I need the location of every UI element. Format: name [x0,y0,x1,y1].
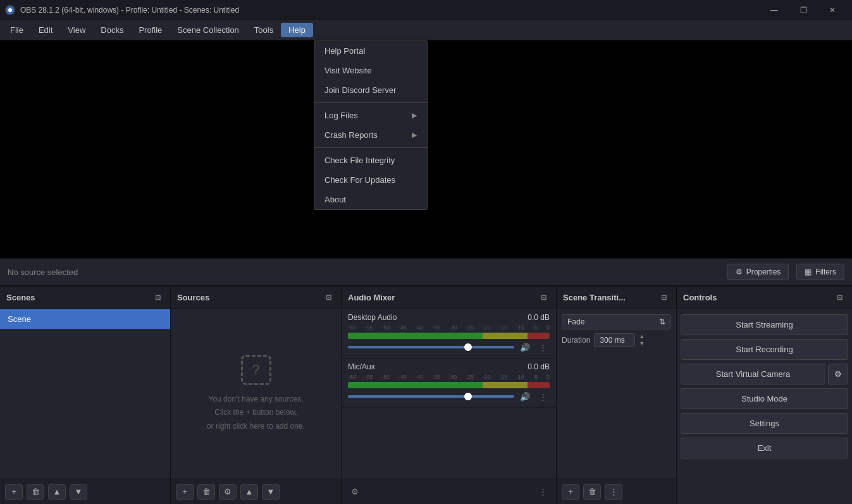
desktop-audio-controls: 🔊 ⋮ [348,340,550,354]
remove-scene-button[interactable]: 🗑 [27,484,44,500]
menu-tools[interactable]: Tools [247,23,281,37]
move-source-down-button[interactable]: ▼ [262,484,280,500]
arrow-icon: ▶ [412,111,417,120]
mic-mute-button[interactable]: 🔊 [518,390,532,403]
separator-2 [314,147,427,148]
scenes-expand-icon[interactable]: ⊡ [151,292,164,304]
menu-about[interactable]: About [314,190,427,209]
audio-channels: Desktop Audio 0.0 dB -60 -55 -50 -45 -40… [342,309,556,479]
virtual-camera-row: Start Virtual Camera ⚙ [681,364,848,384]
audio-panel-footer: ⚙ ⋮ [342,479,556,504]
help-dropdown: Help Portal Visit Website Join Discord S… [314,40,428,210]
transition-menu-button[interactable]: ⋮ [605,484,622,500]
sources-empty-text: You don't have any sources.Click the + b… [207,393,305,434]
menu-log-files[interactable]: Log Files ▶ [314,106,427,125]
start-streaming-button[interactable]: Start Streaming [681,314,848,335]
meter-green [348,333,483,339]
controls-panel-icons: ⊡ [833,292,846,304]
mic-meter-yellow [483,382,528,388]
transitions-footer: + 🗑 ⋮ [557,479,676,504]
bottom-panels: Scenes ⊡ Scene + 🗑 ▲ ▼ Sources [0,286,852,504]
desktop-volume-thumb[interactable] [464,343,472,351]
start-virtual-camera-button[interactable]: Start Virtual Camera [681,364,825,384]
exit-button[interactable]: Exit [681,438,848,458]
menu-help[interactable]: Help [281,23,313,37]
transition-select[interactable]: Fade ⇅ [562,314,671,329]
titlebar: OBS 28.1.2 (64-bit, windows) - Profile: … [0,0,852,20]
sources-expand-icon[interactable]: ⊡ [322,292,335,304]
scenes-list: Scene [0,309,170,479]
transitions-expand-icon[interactable]: ⊡ [657,292,670,304]
move-source-up-button[interactable]: ▲ [240,484,258,500]
menu-view[interactable]: View [60,23,93,37]
arrow-icon: ▶ [412,131,417,139]
svg-point-1 [8,8,12,12]
desktop-audio-menu-button[interactable]: ⋮ [536,340,550,354]
mic-audio-menu-button[interactable]: ⋮ [536,390,550,403]
mic-volume-thumb[interactable] [464,393,472,400]
scene-item[interactable]: Scene [0,309,170,329]
audio-expand-icon[interactable]: ⊡ [537,292,550,304]
desktop-audio-channel: Desktop Audio 0.0 dB -60 -55 -50 -45 -40… [342,309,556,359]
meter-red [528,333,550,339]
remove-transition-button[interactable]: 🗑 [583,484,601,500]
separator-1 [314,102,427,103]
mic-meter-red [528,382,550,388]
move-scene-up-button[interactable]: ▲ [48,484,66,500]
menu-check-file-integrity[interactable]: Check File Integrity [314,151,427,170]
no-source-label: No source selected [8,267,720,277]
sources-panel-header: Sources ⊡ [171,286,341,309]
remove-source-button[interactable]: 🗑 [197,484,215,500]
scenes-panel-footer: + 🗑 ▲ ▼ [0,479,170,504]
menu-crash-reports[interactable]: Crash Reports ▶ [314,125,427,145]
virtual-camera-settings-button[interactable]: ⚙ [828,364,848,384]
controls-expand-icon[interactable]: ⊡ [833,292,846,304]
mic-meter-bar [348,382,550,388]
mic-volume-slider[interactable] [348,395,514,398]
menu-help-portal[interactable]: Help Portal [314,41,427,61]
duration-spinbox-icon: ▲▼ [639,333,645,347]
sources-empty-area[interactable]: ? You don't have any sources.Click the +… [171,309,341,479]
studio-mode-button[interactable]: Studio Mode [681,388,848,409]
mic-meter-labels: -60 -55 -50 -45 -40 -35 -30 -25 -20 -15 … [348,374,550,380]
duration-row: Duration 300 ms ▲▼ [562,333,671,347]
add-source-button[interactable]: + [176,484,194,500]
menu-profile[interactable]: Profile [131,23,170,37]
start-recording-button[interactable]: Start Recording [681,339,848,360]
filters-button[interactable]: ▦ Filters [796,264,844,280]
menu-check-for-updates[interactable]: Check For Updates [314,170,427,190]
app-icon [5,5,15,15]
properties-button[interactable]: ⚙ Properties [727,264,789,280]
source-settings-button[interactable]: ⚙ [219,484,237,500]
settings-button[interactable]: Settings [681,413,848,434]
add-transition-button[interactable]: + [562,484,579,500]
desktop-audio-meter [348,333,550,339]
audio-meter-labels: -60 -55 -50 -45 -40 -35 -30 -25 -20 -15 … [348,324,550,331]
desktop-volume-slider[interactable] [348,346,514,348]
transitions-panel-header: Scene Transiti... ⊡ [557,286,676,309]
desktop-mute-button[interactable]: 🔊 [518,340,532,354]
menu-join-discord[interactable]: Join Discord Server [314,80,427,100]
menu-edit[interactable]: Edit [31,23,60,37]
menu-file[interactable]: File [3,23,31,37]
audio-more-button[interactable]: ⋮ [536,485,550,499]
gear-icon: ⚙ [834,369,842,379]
desktop-audio-name: Desktop Audio [348,313,397,322]
audio-mixer-panel: Audio Mixer ⊡ Desktop Audio 0.0 dB -60 -… [342,286,557,504]
menu-docks[interactable]: Docks [93,23,131,37]
mic-aux-channel: Mic/Aux 0.0 dB -60 -55 -50 -45 -40 -35 -… [342,359,556,408]
add-scene-button[interactable]: + [5,484,23,500]
mic-meter-green [348,382,483,388]
duration-input[interactable]: 300 ms [594,333,635,347]
menu-scene-collection[interactable]: Scene Collection [170,23,247,37]
titlebar-title: OBS 28.1.2 (64-bit, windows) - Profile: … [20,6,760,15]
menu-visit-website[interactable]: Visit Website [314,61,427,80]
minimize-button[interactable]: — [760,0,789,20]
transitions-panel-icons: ⊡ [657,292,670,304]
controls-body: Start Streaming Start Recording Start Vi… [677,309,852,464]
maximize-button[interactable]: ❐ [789,0,818,20]
close-button[interactable]: ✕ [818,0,847,20]
gear-icon: ⚙ [736,267,743,276]
audio-settings-button[interactable]: ⚙ [348,485,362,499]
move-scene-down-button[interactable]: ▼ [70,484,87,500]
